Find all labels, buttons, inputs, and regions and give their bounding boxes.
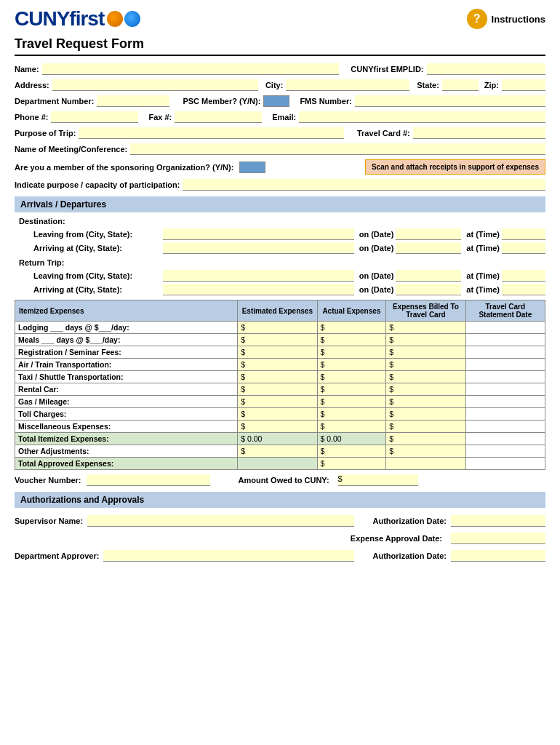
- expense-statement[interactable]: [465, 322, 545, 334]
- expense-estimated[interactable]: $: [238, 346, 317, 359]
- return-arriving-time-input[interactable]: [502, 284, 545, 295]
- expense-actual[interactable]: $: [317, 396, 386, 408]
- arriving-city-input[interactable]: [163, 242, 354, 254]
- expense-statement[interactable]: [465, 359, 545, 371]
- expense-billed[interactable]: $: [386, 433, 465, 445]
- state-input[interactable]: [442, 79, 479, 91]
- expense-actual[interactable]: $: [317, 359, 386, 371]
- return-trip-label: Return Trip:: [19, 258, 545, 267]
- total-approved-billed: [386, 458, 465, 470]
- supervisor-input[interactable]: [87, 515, 353, 527]
- fax-input[interactable]: [175, 111, 262, 123]
- voucher-input[interactable]: [87, 474, 210, 486]
- expense-statement[interactable]: [465, 371, 545, 383]
- leaving-time-input[interactable]: [502, 228, 545, 240]
- expense-statement[interactable]: [465, 346, 545, 359]
- return-arriving-date-input[interactable]: [396, 284, 461, 295]
- expense-approval-row: Expense Approval Date:: [15, 533, 545, 544]
- expense-estimated[interactable]: $: [238, 445, 317, 458]
- travel-card-input[interactable]: [413, 127, 545, 139]
- expense-label: Meals ___ days @ $___/day:: [15, 334, 238, 346]
- on-date-label4: on (Date): [359, 285, 394, 294]
- arriving-date-input[interactable]: [396, 242, 461, 254]
- expense-billed[interactable]: $: [386, 383, 465, 396]
- expense-billed[interactable]: $: [386, 322, 465, 334]
- expense-estimated[interactable]: $: [238, 396, 317, 408]
- auth-date-input[interactable]: [451, 515, 545, 527]
- dept-auth-date-input[interactable]: [451, 550, 545, 562]
- amount-owed-input[interactable]: $: [338, 474, 418, 486]
- expense-billed[interactable]: $: [386, 396, 465, 408]
- scan-notice: Scan and attach receipts in support of e…: [365, 159, 545, 175]
- expense-actual[interactable]: $: [317, 334, 386, 346]
- expense-billed[interactable]: $: [386, 359, 465, 371]
- expense-billed[interactable]: $: [386, 421, 465, 433]
- expense-actual[interactable]: $: [317, 346, 386, 359]
- expense-statement[interactable]: [465, 383, 545, 396]
- expense-actual[interactable]: $: [317, 322, 386, 334]
- expense-billed[interactable]: $: [386, 371, 465, 383]
- expense-actual[interactable]: $: [317, 421, 386, 433]
- return-leaving-date-input[interactable]: [396, 270, 461, 282]
- expense-estimated[interactable]: $: [238, 383, 317, 396]
- expense-billed[interactable]: $: [386, 408, 465, 421]
- name-input[interactable]: [42, 63, 340, 75]
- expense-actual[interactable]: $: [317, 445, 386, 458]
- expense-estimated[interactable]: $: [238, 421, 317, 433]
- leaving-city-input[interactable]: [163, 228, 354, 240]
- phone-input[interactable]: [51, 111, 138, 123]
- leaving-date-input[interactable]: [396, 228, 461, 240]
- col-itemized: Itemized Expenses: [15, 300, 238, 322]
- return-leaving-city-input[interactable]: [163, 270, 354, 282]
- dept-approver-input[interactable]: [103, 550, 353, 562]
- expense-statement[interactable]: [465, 421, 545, 433]
- return-leaving-time-input[interactable]: [502, 270, 545, 282]
- instructions-button[interactable]: ? Instructions: [467, 9, 545, 29]
- fms-input[interactable]: [355, 95, 545, 107]
- expense-estimated[interactable]: $ 0.00: [238, 433, 317, 445]
- expense-statement[interactable]: [465, 445, 545, 458]
- expense-estimated[interactable]: $: [238, 334, 317, 346]
- expense-actual[interactable]: $: [317, 371, 386, 383]
- col-estimated: Estimated Expenses: [238, 300, 317, 322]
- sponsor-label: Are you a member of the sponsoring Organ…: [15, 163, 233, 172]
- expense-approval-input[interactable]: [451, 533, 545, 544]
- expense-statement[interactable]: [465, 408, 545, 421]
- email-input[interactable]: [299, 111, 545, 123]
- voucher-label: Voucher Number:: [15, 476, 81, 485]
- address-input[interactable]: [52, 79, 258, 91]
- fms-label: FMS Number:: [300, 97, 352, 105]
- return-arriving-city-input[interactable]: [163, 284, 354, 295]
- logo: CUNYfirst: [15, 7, 140, 31]
- expense-billed[interactable]: $: [386, 346, 465, 359]
- total-approved-actual[interactable]: $: [317, 458, 386, 470]
- psc-input[interactable]: [263, 95, 289, 107]
- supervisor-label: Supervisor Name:: [15, 517, 83, 525]
- indicate-input[interactable]: [183, 179, 545, 191]
- meeting-input[interactable]: [130, 143, 545, 155]
- expense-row: Other Adjustments: $ $ $: [15, 445, 545, 458]
- expense-statement[interactable]: [465, 433, 545, 445]
- expense-billed[interactable]: $: [386, 334, 465, 346]
- expense-statement[interactable]: [465, 334, 545, 346]
- expense-actual[interactable]: $: [317, 383, 386, 396]
- dept-input[interactable]: [97, 95, 169, 107]
- zip-input[interactable]: [502, 79, 545, 91]
- name-row: Name: CUNYfirst EMPLID:: [15, 63, 545, 75]
- emplid-input[interactable]: [427, 63, 545, 75]
- expense-billed[interactable]: $: [386, 445, 465, 458]
- expense-estimated[interactable]: $: [238, 322, 317, 334]
- city-input[interactable]: [286, 79, 409, 91]
- expense-statement[interactable]: [465, 396, 545, 408]
- expense-estimated[interactable]: $: [238, 408, 317, 421]
- expense-actual[interactable]: $ 0.00: [317, 433, 386, 445]
- meeting-label: Name of Meeting/Conference:: [15, 145, 127, 154]
- arriving-time-input[interactable]: [502, 242, 545, 254]
- on-date-label2: on (Date): [359, 244, 394, 252]
- sponsor-input[interactable]: [239, 162, 265, 173]
- expense-estimated[interactable]: $: [238, 371, 317, 383]
- auth-date-label: Authorization Date:: [373, 517, 447, 525]
- expense-estimated[interactable]: $: [238, 359, 317, 371]
- expense-actual[interactable]: $: [317, 408, 386, 421]
- purpose-input[interactable]: [79, 127, 344, 139]
